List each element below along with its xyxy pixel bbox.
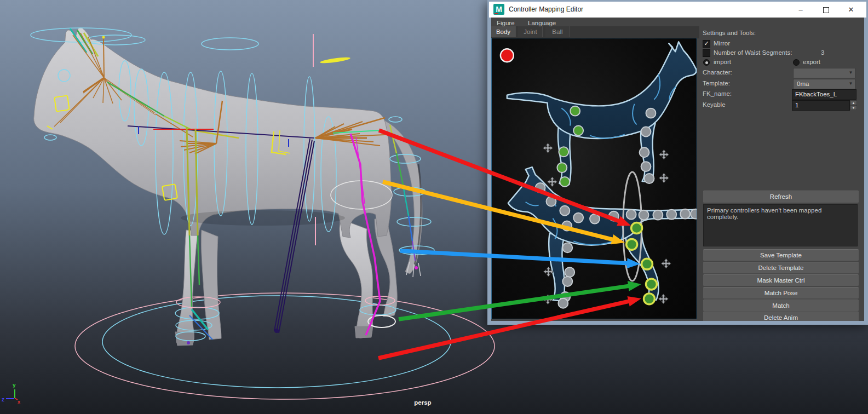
import-label: import — [714, 59, 731, 65]
controller-dot-unmapped[interactable] — [641, 162, 651, 171]
controller-dot-mapped[interactable] — [626, 239, 637, 250]
keyable-stepper[interactable]: ▲ ▼ — [850, 100, 857, 111]
mirror-label: Mirror — [714, 40, 730, 47]
controller-dot-unmapped[interactable] — [546, 197, 556, 206]
camera-label: persp — [414, 399, 431, 406]
delete-anim-button[interactable]: Delete Anim — [703, 312, 859, 321]
move-cursor-icon[interactable] — [543, 143, 553, 153]
mask-master-ctrl-button[interactable]: Mask Master Ctrl — [703, 274, 859, 286]
tab-bar: Body Joint Ball — [491, 26, 699, 38]
controller-dot-unmapped[interactable] — [626, 210, 636, 220]
controller-mapping-editor-window: M Controller Mapping Editor – ✕ Figure L… — [487, 0, 868, 325]
controller-dot-unmapped[interactable] — [646, 108, 656, 118]
match-button[interactable]: Match — [703, 300, 859, 312]
stepper-down-icon[interactable]: ▼ — [850, 105, 857, 110]
move-cursor-icon[interactable] — [543, 295, 553, 304]
controller-dot-unmapped[interactable] — [560, 206, 570, 216]
axis-z-label: z — [2, 396, 4, 403]
maya-app-icon: M — [493, 4, 504, 15]
move-cursor-icon[interactable] — [547, 177, 557, 187]
controller-dot-assigned[interactable] — [559, 147, 568, 157]
controller-dot-unmapped[interactable] — [645, 174, 654, 183]
controller-dot-unmapped[interactable] — [653, 210, 663, 220]
export-radio[interactable] — [793, 59, 800, 66]
controller-dot-assigned[interactable] — [560, 177, 570, 187]
minimize-button[interactable]: – — [788, 2, 813, 18]
controller-dot-unmapped[interactable] — [590, 214, 600, 224]
map-horse-top — [507, 42, 697, 185]
controller-dot-unmapped[interactable] — [558, 298, 568, 308]
controller-dot-assigned[interactable] — [573, 126, 583, 136]
move-cursor-icon[interactable] — [661, 258, 671, 268]
settings-panel: Settings and Tools: ✓ Mirror Number of W… — [699, 26, 864, 321]
controller-map-canvas[interactable] — [491, 38, 697, 319]
controller-dot-unmapped[interactable] — [562, 221, 572, 231]
waist-segments-label: Number of Waist Segments: — [714, 49, 792, 56]
move-cursor-icon[interactable] — [659, 150, 669, 159]
tab-body[interactable]: Body — [491, 26, 516, 37]
fk-name-label: FK_name: — [703, 90, 732, 97]
import-radio[interactable] — [703, 59, 710, 66]
controller-dot-mapped[interactable] — [642, 258, 653, 269]
window-body: Figure Language Body Joint Ball — [491, 18, 864, 321]
controller-dot-unmapped[interactable] — [639, 210, 649, 220]
controller-dot-unmapped[interactable] — [562, 277, 572, 286]
template-label: Template: — [703, 80, 730, 87]
controller-dot-unmapped[interactable] — [562, 243, 572, 252]
axis-x-label: x — [18, 399, 20, 405]
export-label: export — [803, 59, 820, 65]
window-title: Controller Mapping Editor — [509, 2, 583, 18]
character-dropdown[interactable]: ▼ — [793, 68, 855, 78]
tab-ball[interactable]: Ball — [545, 26, 570, 37]
delete-template-button[interactable]: Delete Template — [703, 262, 859, 274]
template-value: 0ma — [797, 79, 809, 88]
settings-heading: Settings and Tools: — [703, 30, 756, 36]
controller-dot-unmapped[interactable] — [609, 211, 619, 221]
stepper-up-icon[interactable]: ▲ — [850, 100, 857, 105]
fk-name-field[interactable]: FKbackToes_L — [792, 89, 856, 100]
controller-dot-unmapped[interactable] — [573, 213, 583, 223]
controller-dot-unmapped[interactable] — [641, 127, 651, 137]
controller-dot-unmapped[interactable] — [640, 147, 649, 157]
template-dropdown[interactable]: 0ma ▼ — [793, 79, 855, 89]
move-cursor-icon[interactable] — [659, 173, 669, 183]
controller-dot-mapped[interactable] — [644, 294, 655, 304]
keyable-label: Keyable — [703, 101, 726, 108]
controller-dot-mapped[interactable] — [646, 279, 657, 290]
status-message: Primary controllers haven't been mapped … — [703, 204, 858, 246]
maximize-button[interactable] — [813, 2, 838, 18]
menu-bar: Figure Language — [491, 18, 864, 26]
close-button[interactable]: ✕ — [838, 2, 864, 18]
tab-joint[interactable]: Joint — [518, 26, 543, 37]
chevron-down-icon: ▼ — [847, 80, 854, 87]
belly-shadow — [181, 210, 345, 226]
character-label: Character: — [703, 69, 732, 76]
waist-segments-checkbox[interactable] — [703, 49, 710, 57]
controller-dot-unmapped[interactable] — [666, 210, 676, 220]
controller-dot-mapped[interactable] — [631, 223, 642, 234]
controller-dot-assigned[interactable] — [557, 163, 567, 173]
chevron-down-icon: ▼ — [847, 69, 854, 76]
controller-dot-unmapped[interactable] — [536, 183, 545, 193]
mirror-checkbox[interactable]: ✓ — [703, 40, 710, 48]
record-indicator[interactable] — [501, 49, 514, 62]
controller-dot-unmapped[interactable] — [691, 209, 697, 219]
axis-y-label: y — [13, 382, 16, 388]
controller-dot-unmapped[interactable] — [565, 267, 574, 277]
keyable-field[interactable]: 1 — [792, 100, 850, 111]
maya-application: y z x persp M Controller Mapping Editor … — [0, 0, 868, 414]
match-pose-button[interactable]: Match Pose — [703, 287, 859, 299]
controller-dot-unmapped[interactable] — [680, 209, 690, 219]
save-template-button[interactable]: Save Template — [703, 249, 859, 261]
refresh-button[interactable]: Refresh — [703, 191, 859, 203]
maximize-icon — [823, 7, 829, 13]
controller-dot-assigned[interactable] — [570, 106, 580, 116]
title-bar[interactable]: M Controller Mapping Editor – ✕ — [489, 2, 866, 18]
waist-segments-value: 3 — [821, 49, 824, 56]
move-cursor-icon[interactable] — [658, 294, 668, 304]
